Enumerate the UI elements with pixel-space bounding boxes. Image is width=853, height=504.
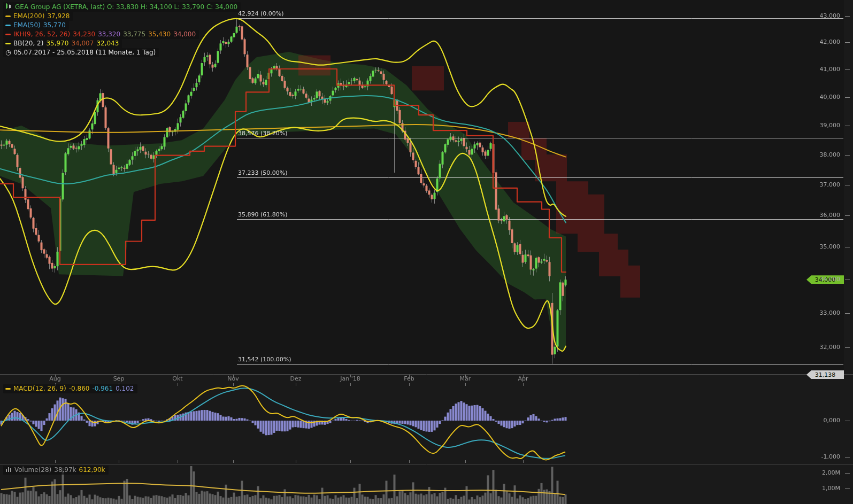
bb-label: BB(20, 2) — [13, 40, 43, 47]
volume-bars-icon — [5, 466, 12, 474]
legend-instrument-row[interactable]: GEA Group AG (XETRA, last) O: 33,830 H: … — [3, 2, 241, 12]
price-chart-canvas[interactable] — [0, 0, 853, 504]
macd-marker-icon — [5, 388, 11, 390]
legend-ema200-row[interactable]: EMA(200) 37,928 — [3, 12, 73, 21]
legend-daterange-row[interactable]: ◷ 05.07.2017 - 25.05.2018 (11 Monate, 1 … — [3, 48, 159, 57]
legend-ema50-row[interactable]: EMA(50) 35,770 — [3, 21, 69, 30]
ema50-marker-icon — [5, 25, 11, 26]
ikh-value-3: 33,775 — [123, 30, 145, 38]
ikh-marker-icon — [5, 34, 11, 35]
volume-ma-value: 38,97k — [54, 466, 76, 474]
ikh-value-5: 34,000 — [173, 30, 196, 38]
legend-volume-row[interactable]: Volume(28) 38,97k 612,90k — [3, 466, 109, 475]
ikh-value-2: 33,320 — [98, 30, 120, 38]
ikh-value-4: 35,430 — [148, 30, 171, 38]
legend-ikh-row[interactable]: IKH(9, 26, 52, 26) 34,230 33,320 33,775 … — [3, 30, 199, 39]
bb-marker-icon — [5, 43, 11, 44]
ema50-label: EMA(50) — [13, 21, 41, 29]
bb-value-3: 32,043 — [96, 40, 119, 47]
volume-label: Volume(28) — [14, 466, 51, 474]
legend-macd-row[interactable]: MACD(12, 26, 9) -0,860 -0,961 0,102 — [3, 384, 137, 393]
macd-hist-value: 0,102 — [116, 385, 134, 392]
volume-last-value: 612,90k — [79, 466, 105, 474]
ema200-label: EMA(200) — [13, 12, 44, 20]
chart-window: GEA Group AG (XETRA, last) O: 33,830 H: … — [0, 0, 853, 504]
date-range: 05.07.2017 - 25.05.2018 (11 Monate, 1 Ta… — [13, 49, 156, 56]
macd-label: MACD(12, 26, 9) — [13, 385, 66, 392]
bb-value-1: 35,970 — [46, 40, 68, 47]
ikh-value-1: 34,230 — [73, 30, 95, 38]
ikh-label: IKH(9, 26, 52, 26) — [13, 30, 70, 38]
bb-value-2: 34,007 — [71, 40, 94, 47]
macd-signal-value: -0,961 — [92, 385, 113, 392]
ema200-value: 37,928 — [47, 12, 70, 20]
macd-value: -0,860 — [69, 385, 90, 392]
clock-icon: ◷ — [5, 49, 11, 56]
legend-bb-row[interactable]: BB(20, 2) 35,970 34,007 32,043 — [3, 39, 122, 48]
ema200-marker-icon — [5, 15, 11, 17]
candlestick-icon — [5, 3, 12, 11]
instrument-title: GEA Group AG (XETRA, last) O: 33,830 H: … — [15, 3, 237, 11]
ema50-value: 35,770 — [43, 21, 66, 29]
